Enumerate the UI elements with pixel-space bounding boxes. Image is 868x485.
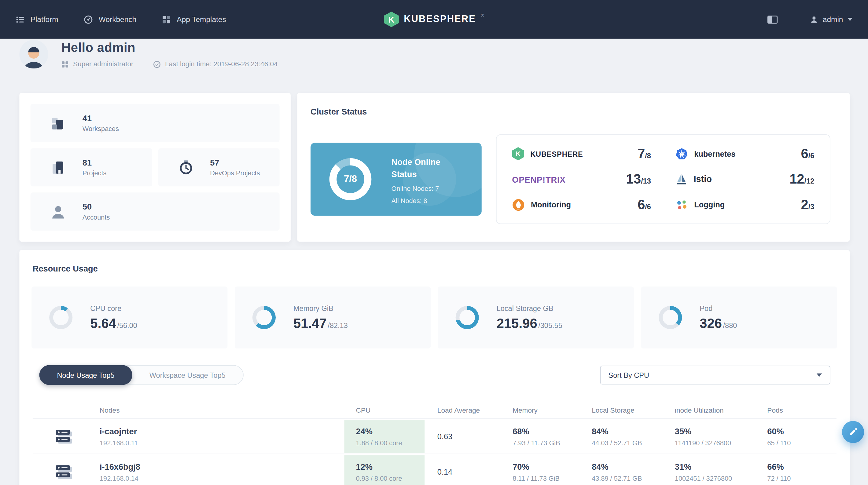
hero-text: Hello admin Super administrator Last log… <box>61 40 278 68</box>
storage-usage-donut <box>456 306 479 329</box>
login-time-icon <box>153 61 161 68</box>
local-storage-cell: 84% 44.03 / 52.71 GB <box>592 426 642 447</box>
last-login-label: Last login time: 2019-06-28 23:46:04 <box>165 60 278 68</box>
stat-cpu: CPU core 5.64/56.00 <box>31 287 227 349</box>
user-menu[interactable]: admin <box>810 15 852 24</box>
component-value: 12/12 <box>789 171 814 187</box>
console-panel-icon[interactable] <box>768 15 778 24</box>
registered-mark: ® <box>481 13 484 18</box>
local-storage-cell: 84% 43.89 / 52.71 GB <box>592 462 642 482</box>
load-average-cell: 0.14 <box>437 467 452 476</box>
node-row[interactable]: i-caojnter 192.168.0.11 24% 1.88 / 8.00 … <box>33 418 837 454</box>
nav-workbench-label: Workbench <box>99 15 136 24</box>
nav-platform[interactable]: Platform <box>16 15 58 24</box>
nav-right: admin <box>768 15 853 24</box>
node-online-info: Node Online Status Online Nodes: 7 All N… <box>392 156 465 204</box>
component-value: 2/3 <box>801 197 814 213</box>
load-average-cell: 0.63 <box>437 432 452 441</box>
stat-pod-total: /880 <box>723 321 737 329</box>
role-badge-icon <box>61 61 69 68</box>
sort-by-value: Sort By CPU <box>609 371 649 379</box>
node-online-donut: 7/8 <box>330 158 372 200</box>
table-header-pods: Pods <box>767 407 783 414</box>
user-greeting-header: Hello admin Super administrator Last log… <box>19 39 278 93</box>
accounts-icon <box>40 203 76 220</box>
cluster-status-card: Cluster Status 7/8 Node Online Status On… <box>298 93 850 241</box>
node-online-panel: 7/8 Node Online Status Online Nodes: 7 A… <box>311 142 482 216</box>
component-monitoring: Monitoring 6/6 <box>512 192 651 217</box>
greeting: Hello admin <box>61 40 278 55</box>
component-name: kubernetes <box>694 149 735 158</box>
accounts-count: 50 <box>83 202 110 212</box>
devops-projects-icon <box>168 159 204 175</box>
stat-storage-total: /305.55 <box>538 321 562 329</box>
stat-memory-label: Memory GiB <box>293 304 348 312</box>
accounts-label: Accounts <box>83 214 110 221</box>
openpitrix-logo: OPENP!TRIX <box>512 174 565 184</box>
stat-memory-total: /82.13 <box>328 321 347 329</box>
logging-icon <box>676 198 688 211</box>
pods-cell: 66% 72 / 110 <box>767 462 791 482</box>
table-header-storage: Local Storage <box>592 407 634 414</box>
stat-pod-label: Pod <box>700 304 737 312</box>
table-controls: Node Usage Top5 Workspace Usage Top5 Sor… <box>39 365 830 385</box>
nav-workbench[interactable]: Workbench <box>84 15 136 24</box>
memory-usage-donut <box>252 306 276 329</box>
component-value: 6/6 <box>801 146 814 162</box>
all-nodes-count: All Nodes: 8 <box>392 197 465 204</box>
resource-usage-card: Resource Usage CPU core 5.64/56.00 Memor… <box>19 250 850 485</box>
stat-cpu-value: 5.64 <box>90 316 116 331</box>
nav-platform-label: Platform <box>31 15 58 24</box>
component-kubesphere: K KUBESPHERE 7/8 <box>512 141 651 166</box>
nav-app-templates[interactable]: App Templates <box>162 15 226 24</box>
sort-by-dropdown[interactable]: Sort By CPU <box>600 365 830 385</box>
cpu-cell: 12% 0.93 / 8.00 core <box>344 455 425 485</box>
tab-node-usage[interactable]: Node Usage Top5 <box>39 365 132 385</box>
user-icon <box>810 15 818 24</box>
node-name[interactable]: i-caojnter <box>100 426 138 436</box>
avatar <box>19 40 48 68</box>
table-header: Nodes CPU Load Average Memory Local Stor… <box>33 406 837 418</box>
component-logging: Logging 2/3 <box>676 192 814 217</box>
stat-pod: Pod 326/880 <box>641 287 837 349</box>
edit-fab-button[interactable] <box>842 421 864 443</box>
user-role-label: Super administrator <box>73 60 133 68</box>
inode-cell: 35% 1141190 / 3276800 <box>675 426 731 447</box>
usage-tabs: Node Usage Top5 Workspace Usage Top5 <box>39 365 244 385</box>
devops-summary: 57 DevOps Projects <box>158 148 280 186</box>
component-value: 7/8 <box>638 146 651 162</box>
component-openpitrix: OPENP!TRIX 13/13 <box>512 166 651 192</box>
top-navbar: Platform Workbench App Templates K KUBES… <box>0 0 868 39</box>
monitoring-icon <box>512 198 525 211</box>
node-ip: 192.168.0.11 <box>100 439 138 447</box>
projects-icon <box>40 159 76 175</box>
component-name: Logging <box>694 200 725 209</box>
cpu-usage-donut <box>49 306 72 329</box>
component-value: 6/6 <box>638 197 651 213</box>
projects-count: 81 <box>83 158 107 167</box>
summary-card: 41 Workspaces 81 Projects 57 <box>19 93 290 241</box>
node-name[interactable]: i-16x6bgj8 <box>100 462 140 471</box>
tab-workspace-usage[interactable]: Workspace Usage Top5 <box>132 365 243 385</box>
workspaces-count: 41 <box>83 113 119 123</box>
brand-name: KUBESPHERE <box>404 11 476 27</box>
istio-icon <box>676 173 688 185</box>
workspaces-label: Workspaces <box>83 125 119 133</box>
table-header-memory: Memory <box>513 407 537 414</box>
table-header-load: Load Average <box>437 407 480 414</box>
devops-count: 57 <box>210 158 260 167</box>
node-row[interactable]: i-16x6bgj8 192.168.0.14 12% 0.93 / 8.00 … <box>33 454 837 485</box>
projects-label: Projects <box>83 169 107 177</box>
chevron-down-icon <box>817 374 822 377</box>
brand-logo[interactable]: K KUBESPHERE ® <box>384 11 484 27</box>
pencil-icon <box>848 427 858 437</box>
component-kubernetes: kubernetes 6/6 <box>676 141 814 166</box>
stat-storage-label: Local Storage GB <box>497 304 562 312</box>
online-nodes-count: Online Nodes: 7 <box>392 185 465 192</box>
kubesphere-dashboard: Platform Workbench App Templates K KUBES… <box>0 0 868 485</box>
table-header-nodes: Nodes <box>100 407 120 414</box>
app-templates-icon <box>162 15 171 24</box>
pods-cell: 60% 65 / 110 <box>767 426 791 447</box>
memory-cell: 70% 8.11 / 11.73 GiB <box>513 462 560 482</box>
table-header-cpu: CPU <box>356 407 371 414</box>
